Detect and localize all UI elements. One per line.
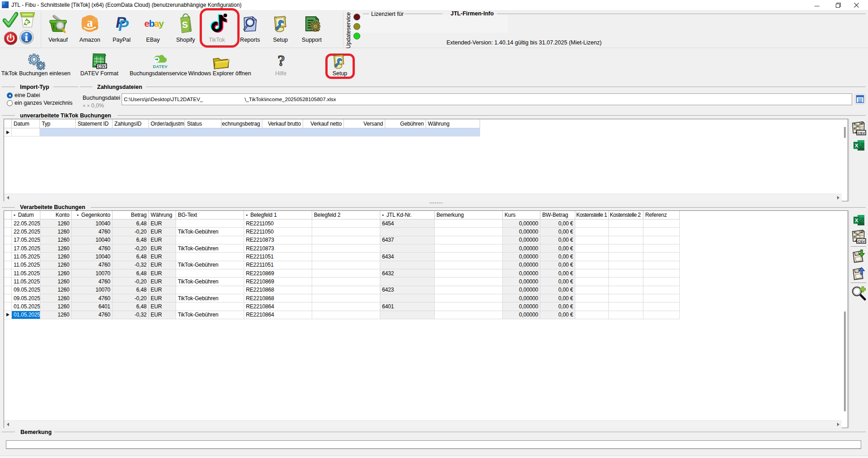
svg-text:X: X [855, 143, 858, 148]
svg-text:CSV: CSV [858, 239, 865, 244]
svg-text:S: S [182, 20, 188, 30]
svg-text:X: X [855, 218, 858, 223]
svg-text:DATEV: DATEV [153, 64, 167, 69]
svg-text:a: a [87, 16, 93, 29]
svg-text:CSV: CSV [98, 63, 106, 68]
svg-text:CSV: CSV [858, 131, 865, 135]
